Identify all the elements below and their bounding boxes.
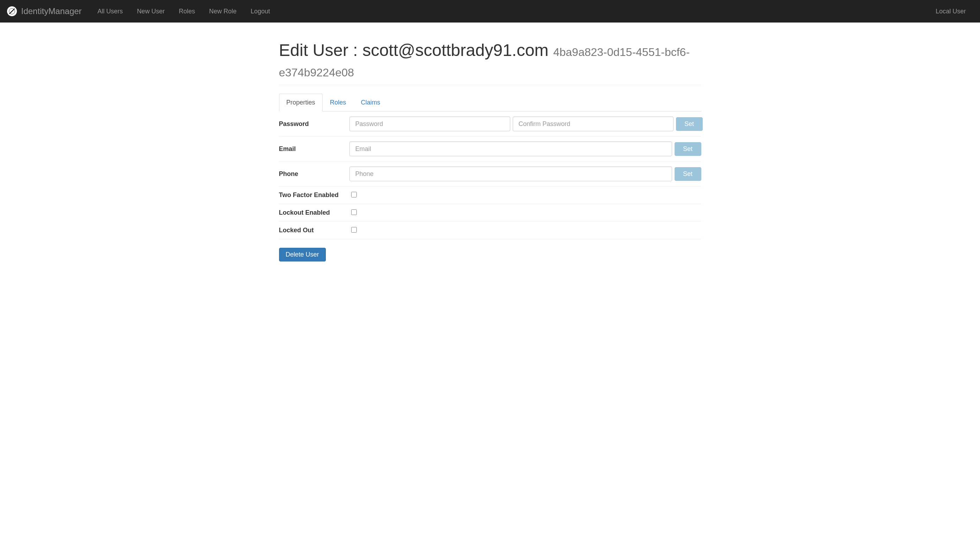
nav-new-user[interactable]: New User [130, 2, 172, 21]
nav-new-role[interactable]: New Role [202, 2, 243, 21]
confirm-password-input[interactable] [513, 116, 673, 131]
label-email: Email [279, 145, 349, 153]
nav-roles[interactable]: Roles [172, 2, 202, 21]
set-password-button[interactable]: Set [676, 117, 703, 131]
top-navbar: IdentityManager All Users New User Roles… [0, 0, 980, 22]
lockout-enabled-checkbox[interactable] [351, 209, 357, 215]
password-input[interactable] [349, 116, 510, 131]
form-actions: Delete User [279, 239, 701, 270]
tab-properties[interactable]: Properties [279, 94, 323, 111]
brand-link[interactable]: IdentityManager [7, 6, 82, 16]
set-email-button[interactable]: Set [675, 142, 701, 156]
nav-logout[interactable]: Logout [243, 2, 277, 21]
row-email: Email Set [279, 137, 701, 162]
label-locked-out: Locked Out [279, 227, 349, 234]
nav-right: Local User [929, 2, 973, 21]
row-locked-out: Locked Out [279, 222, 701, 239]
delete-user-button[interactable]: Delete User [279, 248, 326, 261]
page-header: Edit User : scott@scottbrady91.com 4ba9a… [279, 40, 701, 85]
row-two-factor: Two Factor Enabled [279, 186, 701, 204]
title-prefix: Edit User : [279, 41, 363, 59]
label-lockout-enabled: Lockout Enabled [279, 209, 349, 216]
label-two-factor: Two Factor Enabled [279, 191, 349, 199]
tab-roles[interactable]: Roles [323, 94, 354, 111]
nav-left: All Users New User Roles New Role Logout [91, 2, 929, 21]
label-password: Password [279, 120, 349, 128]
tab-claims[interactable]: Claims [354, 94, 388, 111]
properties-form: Password Set Email Set Phone Set Two Fac… [279, 111, 701, 270]
brand-text: IdentityManager [21, 6, 82, 16]
edit-user-tabs: Properties Roles Claims [279, 94, 701, 111]
title-username: scott@scottbrady91.com [363, 41, 549, 59]
page-title: Edit User : scott@scottbrady91.com 4ba9a… [279, 40, 701, 81]
row-password: Password Set [279, 111, 701, 137]
brand-logo-icon [7, 6, 17, 16]
nav-all-users[interactable]: All Users [91, 2, 130, 21]
row-phone: Phone Set [279, 162, 701, 186]
email-input[interactable] [349, 142, 672, 156]
row-lockout-enabled: Lockout Enabled [279, 204, 701, 222]
locked-out-checkbox[interactable] [351, 227, 357, 232]
set-phone-button[interactable]: Set [675, 167, 701, 181]
label-phone: Phone [279, 170, 349, 178]
page-container: Edit User : scott@scottbrady91.com 4ba9a… [274, 40, 706, 270]
nav-local-user[interactable]: Local User [929, 2, 973, 21]
two-factor-checkbox[interactable] [351, 192, 357, 197]
phone-input[interactable] [349, 167, 672, 181]
